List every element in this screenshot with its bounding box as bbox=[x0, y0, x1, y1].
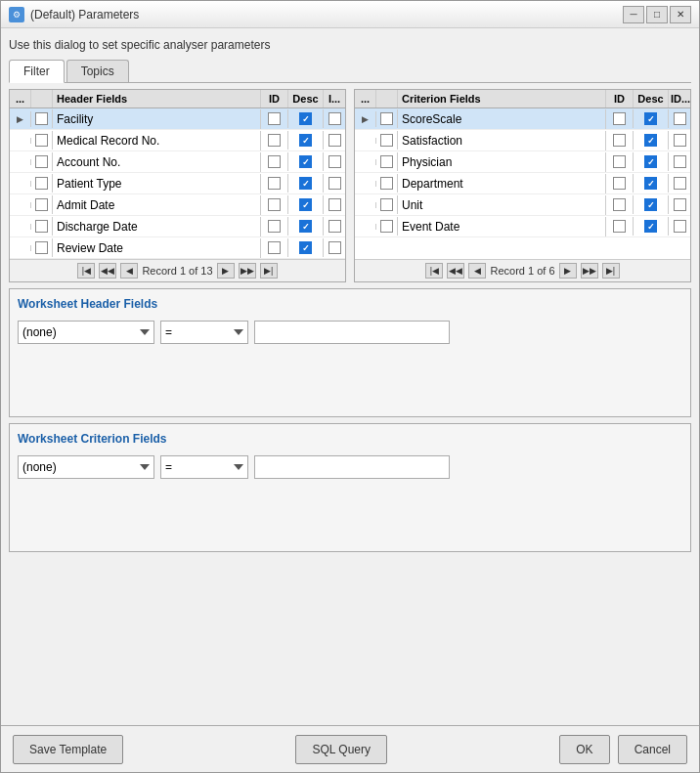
tab-filter[interactable]: Filter bbox=[9, 60, 65, 83]
row-id-check[interactable] bbox=[613, 155, 626, 168]
worksheet-criterion-value-input[interactable] bbox=[254, 455, 450, 479]
worksheet-header-operator-dropdown[interactable]: = bbox=[160, 321, 248, 344]
row-i-check[interactable] bbox=[674, 155, 686, 168]
row-desc-cell[interactable] bbox=[288, 131, 324, 150]
row-i-cell[interactable] bbox=[324, 195, 345, 214]
row-i-check[interactable] bbox=[328, 177, 341, 190]
row-checkbox[interactable] bbox=[35, 155, 48, 168]
row-id-check[interactable] bbox=[268, 241, 281, 254]
nav-last-button[interactable]: ▶| bbox=[260, 263, 278, 279]
row-i-check[interactable] bbox=[328, 134, 341, 147]
row-id-check[interactable] bbox=[268, 198, 281, 211]
row-id-check[interactable] bbox=[268, 134, 281, 147]
row-id-cell[interactable] bbox=[606, 131, 634, 150]
worksheet-criterion-operator-dropdown[interactable]: = bbox=[160, 455, 248, 479]
nav-next-button[interactable]: ▶ bbox=[217, 263, 235, 279]
table-row[interactable]: Admit Date bbox=[10, 194, 345, 216]
row-i-cell[interactable] bbox=[669, 131, 690, 150]
row-id-cell[interactable] bbox=[606, 195, 634, 214]
cancel-button[interactable]: Cancel bbox=[618, 735, 687, 764]
table-row[interactable]: Discharge Date bbox=[10, 216, 345, 237]
save-template-button[interactable]: Save Template bbox=[13, 735, 123, 764]
row-id-cell[interactable] bbox=[606, 109, 634, 128]
row-id-check[interactable] bbox=[268, 220, 281, 233]
row-id-cell[interactable] bbox=[261, 174, 288, 193]
row-desc-cell[interactable] bbox=[634, 131, 669, 150]
row-desc-check[interactable] bbox=[644, 134, 657, 147]
row-desc-cell[interactable] bbox=[288, 238, 324, 257]
row-checkbox-cell[interactable] bbox=[376, 131, 398, 150]
table-row[interactable]: Account No. bbox=[10, 151, 345, 173]
ok-button[interactable]: OK bbox=[559, 735, 609, 764]
row-i-cell[interactable] bbox=[669, 152, 690, 171]
row-i-cell[interactable] bbox=[324, 131, 345, 150]
row-checkbox-cell[interactable] bbox=[376, 152, 398, 171]
row-desc-cell[interactable] bbox=[288, 152, 324, 171]
row-desc-cell[interactable] bbox=[288, 174, 324, 193]
row-desc-cell[interactable] bbox=[288, 217, 324, 236]
worksheet-criterion-field-dropdown[interactable]: (none) bbox=[18, 455, 154, 479]
nav-first-button[interactable]: |◀ bbox=[77, 263, 95, 279]
row-checkbox-cell[interactable] bbox=[31, 195, 53, 214]
row-i-check[interactable] bbox=[674, 177, 686, 190]
row-i-check[interactable] bbox=[328, 241, 341, 254]
row-i-cell[interactable] bbox=[669, 174, 690, 193]
row-checkbox-cell[interactable] bbox=[31, 152, 53, 171]
row-id-cell[interactable] bbox=[606, 152, 634, 171]
row-checkbox[interactable] bbox=[380, 220, 393, 233]
row-id-check[interactable] bbox=[613, 177, 626, 190]
row-i-cell[interactable] bbox=[669, 109, 690, 128]
row-desc-check[interactable] bbox=[644, 220, 657, 233]
maximize-button[interactable]: □ bbox=[646, 6, 668, 23]
row-checkbox-cell[interactable] bbox=[31, 109, 53, 128]
row-i-cell[interactable] bbox=[669, 217, 690, 236]
row-id-cell[interactable] bbox=[261, 131, 288, 150]
row-i-cell[interactable] bbox=[324, 217, 345, 236]
nav-next-next-button[interactable]: ▶▶ bbox=[239, 263, 256, 279]
criterion-nav-next-next-button[interactable]: ▶▶ bbox=[581, 263, 598, 279]
close-button[interactable]: ✕ bbox=[670, 6, 691, 23]
row-id-check[interactable] bbox=[613, 220, 626, 233]
row-desc-check[interactable] bbox=[644, 177, 657, 190]
nav-prev-prev-button[interactable]: ◀◀ bbox=[99, 263, 116, 279]
row-checkbox-cell[interactable] bbox=[31, 217, 53, 236]
nav-prev-button[interactable]: ◀ bbox=[120, 263, 138, 279]
row-checkbox-cell[interactable] bbox=[376, 109, 398, 128]
row-checkbox[interactable] bbox=[380, 155, 393, 168]
row-desc-check[interactable] bbox=[644, 112, 657, 125]
row-id-cell[interactable] bbox=[606, 174, 634, 193]
worksheet-header-value-input[interactable] bbox=[254, 321, 450, 344]
row-i-check[interactable] bbox=[328, 220, 341, 233]
row-desc-cell[interactable] bbox=[634, 109, 669, 128]
row-checkbox[interactable] bbox=[380, 177, 393, 190]
minimize-button[interactable]: ─ bbox=[623, 6, 644, 23]
row-id-cell[interactable] bbox=[261, 152, 288, 171]
row-desc-check[interactable] bbox=[644, 198, 657, 211]
row-desc-cell[interactable] bbox=[288, 109, 324, 128]
row-id-cell[interactable] bbox=[261, 217, 288, 236]
criterion-nav-prev-button[interactable]: ◀ bbox=[468, 263, 486, 279]
criterion-nav-prev-prev-button[interactable]: ◀◀ bbox=[447, 263, 464, 279]
criterion-nav-last-button[interactable]: ▶| bbox=[602, 263, 620, 279]
row-desc-cell[interactable] bbox=[634, 152, 669, 171]
tab-topics[interactable]: Topics bbox=[66, 60, 129, 82]
row-checkbox-cell[interactable] bbox=[376, 174, 398, 193]
row-desc-check[interactable] bbox=[299, 241, 312, 254]
row-checkbox[interactable] bbox=[35, 134, 48, 147]
row-id-check[interactable] bbox=[268, 155, 281, 168]
row-desc-check[interactable] bbox=[299, 155, 312, 168]
table-row[interactable]: Review Date bbox=[10, 237, 345, 259]
row-i-check[interactable] bbox=[328, 112, 341, 125]
row-i-check[interactable] bbox=[674, 220, 686, 233]
row-i-check[interactable] bbox=[674, 134, 686, 147]
row-i-check[interactable] bbox=[674, 112, 686, 125]
row-id-cell[interactable] bbox=[261, 238, 288, 257]
table-row[interactable]: ▶ ScoreScale bbox=[355, 108, 690, 130]
criterion-nav-next-button[interactable]: ▶ bbox=[559, 263, 577, 279]
row-checkbox[interactable] bbox=[35, 198, 48, 211]
row-desc-check[interactable] bbox=[299, 134, 312, 147]
row-i-cell[interactable] bbox=[324, 109, 345, 128]
row-id-cell[interactable] bbox=[261, 195, 288, 214]
row-checkbox[interactable] bbox=[380, 112, 393, 125]
table-row[interactable]: Patient Type bbox=[10, 173, 345, 194]
